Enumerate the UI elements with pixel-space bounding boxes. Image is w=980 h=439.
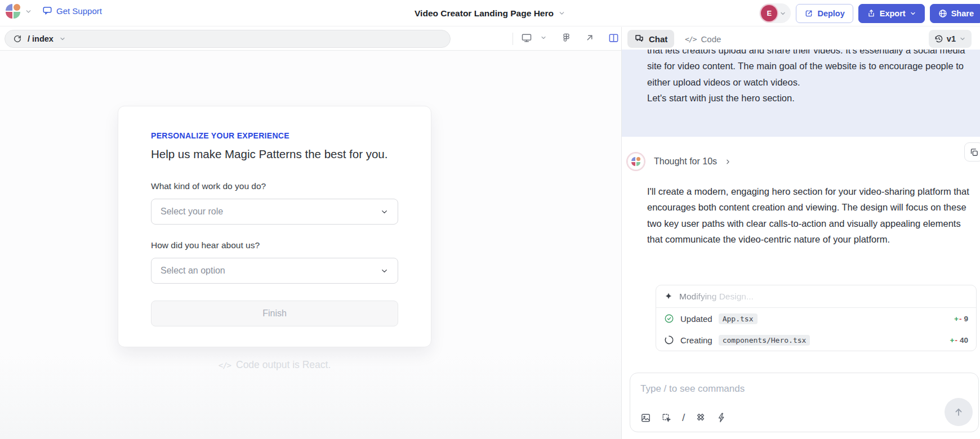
slash-command-icon[interactable]: / bbox=[682, 411, 685, 424]
user-message: that lets creators upload and share thei… bbox=[622, 50, 980, 137]
preview-canvas: PERSONALIZE YOUR EXPERIENCE Help us make… bbox=[0, 51, 621, 439]
chat-tab-label: Chat bbox=[649, 34, 667, 44]
export-chevron-icon bbox=[910, 10, 916, 17]
select-element-icon[interactable] bbox=[661, 413, 672, 423]
refresh-icon[interactable] bbox=[13, 34, 22, 43]
copy-icon bbox=[969, 147, 979, 157]
role-select-placeholder: Select your role bbox=[161, 207, 223, 217]
account-menu[interactable]: E bbox=[759, 3, 791, 23]
referral-select-placeholder: Select an option bbox=[161, 266, 225, 276]
export-button[interactable]: Export bbox=[858, 4, 925, 23]
workspace-chevron-icon[interactable] bbox=[25, 8, 32, 15]
role-select[interactable]: Select your role bbox=[151, 199, 398, 225]
diff-minus: - bbox=[959, 315, 962, 323]
diff-count: 9 bbox=[964, 315, 968, 323]
split-view-icon[interactable] bbox=[608, 33, 619, 43]
status-row-updated[interactable]: Updated App.tsx + - 9 bbox=[656, 308, 976, 329]
spinner-icon bbox=[664, 335, 674, 345]
personalize-card: PERSONALIZE YOUR EXPERIENCE Help us make… bbox=[118, 106, 431, 347]
figma-export-icon[interactable] bbox=[562, 33, 571, 43]
chat-panel: Chat </> Code v1 that lets creators uplo… bbox=[621, 27, 980, 439]
device-chevron-icon[interactable] bbox=[540, 34, 547, 41]
referral-select[interactable]: Select an option bbox=[151, 258, 398, 284]
export-label: Export bbox=[880, 9, 906, 18]
device-preview-icon[interactable] bbox=[521, 32, 532, 43]
code-output-label: Code output is React. bbox=[236, 359, 331, 371]
route-path: / index bbox=[28, 34, 54, 43]
magic-patterns-logo-icon[interactable] bbox=[6, 4, 20, 19]
deploy-label: Deploy bbox=[817, 9, 844, 18]
code-output-note: </> Code output is React. bbox=[118, 359, 431, 371]
components-icon[interactable] bbox=[695, 412, 706, 423]
globe-icon bbox=[938, 9, 947, 18]
status-row-creating[interactable]: Creating components/Hero.tsx + - 40 bbox=[656, 329, 976, 351]
diff-count: 40 bbox=[960, 336, 968, 344]
top-header: Get Support Video Creator Landing Page H… bbox=[0, 0, 980, 26]
history-icon bbox=[934, 34, 943, 43]
check-circle-icon bbox=[664, 313, 674, 324]
role-select-chevron-icon bbox=[380, 208, 389, 216]
code-tab-label: Code bbox=[701, 34, 721, 44]
diff-stats: + - 9 bbox=[954, 315, 968, 323]
open-in-new-tab-icon[interactable] bbox=[585, 33, 595, 43]
diff-stats: + - 40 bbox=[950, 336, 968, 344]
attach-image-icon[interactable] bbox=[640, 413, 651, 423]
external-link-icon bbox=[804, 9, 813, 18]
generation-status-card: Modifying Design... Updated App.tsx + - … bbox=[656, 285, 977, 351]
thought-expand-chevron-icon[interactable] bbox=[724, 158, 732, 165]
arrow-up-icon bbox=[953, 406, 964, 418]
card-headline: Help us make Magic Patterns the best for… bbox=[151, 147, 398, 161]
code-icon: </> bbox=[219, 361, 231, 370]
copy-message-button[interactable] bbox=[964, 142, 980, 162]
toolbar-divider bbox=[513, 33, 513, 45]
support-chat-bubble-icon bbox=[42, 6, 52, 16]
share-button[interactable]: Share bbox=[930, 4, 980, 23]
user-avatar: E bbox=[761, 5, 777, 21]
finish-button[interactable]: Finish bbox=[151, 301, 398, 326]
magic-patterns-app: Get Support Video Creator Landing Page H… bbox=[0, 0, 980, 439]
title-chevron-icon[interactable] bbox=[558, 10, 565, 17]
version-chevron-icon bbox=[959, 35, 966, 42]
route-chevron-icon[interactable] bbox=[59, 35, 66, 42]
status-file-chip: components/Hero.tsx bbox=[719, 335, 810, 346]
account-chevron-icon bbox=[779, 10, 786, 17]
assistant-message-text: I'll create a modern, engaging hero sect… bbox=[647, 183, 977, 248]
status-action: Creating bbox=[680, 335, 712, 345]
status-file-chip: App.tsx bbox=[719, 313, 758, 324]
chat-bubbles-icon bbox=[634, 34, 644, 44]
card-eyebrow: PERSONALIZE YOUR EXPERIENCE bbox=[151, 131, 398, 140]
input-toolbar: / bbox=[640, 411, 727, 424]
user-message-text: that lets creators upload and share thei… bbox=[647, 50, 969, 106]
thought-duration-label: Thought for 10s bbox=[654, 156, 717, 167]
status-header-label: Modifying Design... bbox=[679, 292, 754, 302]
get-support-link[interactable]: Get Support bbox=[42, 6, 102, 16]
deploy-button[interactable]: Deploy bbox=[796, 4, 853, 23]
sparkle-icon bbox=[664, 292, 673, 301]
role-question-label: What kind of work do you do? bbox=[151, 181, 398, 191]
chat-input-container: / bbox=[630, 373, 979, 432]
tab-code[interactable]: </> Code bbox=[678, 30, 728, 48]
diff-minus: - bbox=[955, 336, 957, 344]
code-tab-icon: </> bbox=[685, 35, 696, 43]
quick-actions-icon[interactable] bbox=[716, 413, 727, 423]
share-label: Share bbox=[951, 9, 974, 18]
referral-select-chevron-icon bbox=[380, 267, 389, 275]
get-support-label: Get Support bbox=[56, 6, 102, 16]
status-action: Updated bbox=[680, 314, 712, 324]
referral-question-label: How did you hear about us? bbox=[151, 240, 398, 250]
upload-icon bbox=[867, 9, 876, 18]
project-title: Video Creator Landing Page Hero bbox=[415, 8, 554, 19]
panel-tabs: Chat </> Code v1 bbox=[622, 27, 980, 50]
thought-row[interactable]: Thought for 10s bbox=[627, 153, 732, 170]
send-button[interactable] bbox=[945, 398, 973, 426]
diff-plus: + bbox=[954, 315, 959, 323]
status-header: Modifying Design... bbox=[656, 285, 976, 308]
tab-chat[interactable]: Chat bbox=[627, 30, 674, 48]
chat-input[interactable] bbox=[640, 383, 883, 395]
diff-plus: + bbox=[950, 336, 955, 344]
assistant-avatar-icon bbox=[627, 153, 644, 170]
version-label: v1 bbox=[947, 34, 956, 43]
preview-toolbar: / index bbox=[0, 27, 621, 51]
version-selector[interactable]: v1 bbox=[929, 30, 972, 48]
route-bar[interactable]: / index bbox=[5, 30, 451, 48]
